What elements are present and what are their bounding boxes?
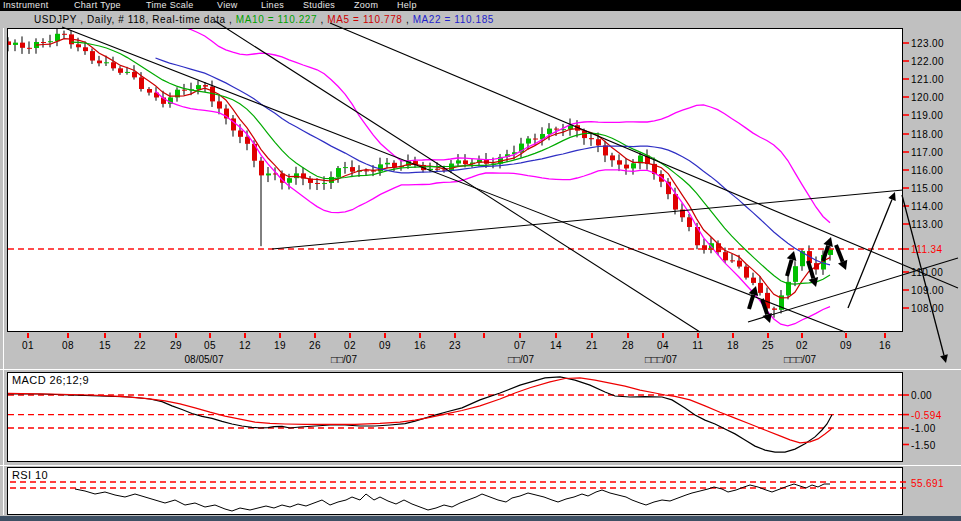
date-axis-label: 02 — [796, 340, 808, 351]
title-segment: MA10 = 110.227 — [236, 14, 317, 25]
chart-title: USDJPY , Daily, # 118, Real-time data , … — [0, 11, 961, 27]
date-axis-label: 25 — [762, 340, 774, 351]
date-axis-label: 18 — [727, 340, 739, 351]
menu-item-zoom[interactable]: Zoom — [354, 0, 378, 11]
rsi-panel-label: RSI 10 — [12, 469, 48, 481]
date-axis-label: 21 — [586, 340, 598, 351]
price-axis-label: 110.00 — [911, 267, 943, 278]
price-axis-label: 119.00 — [911, 110, 943, 121]
title-segment: , — [403, 14, 413, 25]
date-axis-label: 05 — [204, 340, 216, 351]
menu-item-lines[interactable]: Lines — [261, 0, 284, 11]
title-segment: USDJPY , Daily, # 118, Real-time data , — [34, 14, 236, 25]
month-axis-label: □□□/07 — [784, 354, 816, 365]
macd-panel-label: MACD 26;12;9 — [12, 374, 89, 386]
left-edge-bevel — [3, 28, 4, 515]
title-segment: MA22 = 110.185 — [413, 14, 494, 25]
macd-panel-plot[interactable] — [7, 372, 903, 462]
date-axis-label: 08 — [62, 340, 74, 351]
price-axis-label: 120.00 — [911, 92, 944, 103]
month-axis-label: □□/07 — [331, 354, 357, 365]
price-axis-label: 114.00 — [911, 201, 943, 212]
panel-separator — [0, 465, 961, 466]
menu-bar: InstrumentChart TypeTime ScaleViewLinesS… — [0, 0, 961, 11]
date-axis-label: 29 — [170, 340, 182, 351]
date-axis-label: 19 — [274, 340, 286, 351]
date-axis-label: 09 — [840, 340, 852, 351]
month-axis-label: □□□/07 — [645, 354, 677, 365]
chart-application-window: InstrumentChart TypeTime ScaleViewLinesS… — [0, 0, 961, 521]
rsi-current-value: 55.691 — [911, 478, 944, 489]
date-axis-label: 28 — [622, 340, 634, 351]
title-segment: MA5 = 110.778 — [327, 14, 402, 25]
date-axis-label: 04 — [657, 340, 669, 351]
date-axis-label: 14 — [550, 340, 562, 351]
date-axis-label: 11 — [692, 340, 703, 351]
menu-item-instrument[interactable]: Instrument — [3, 0, 49, 11]
price-axis-label: 115.00 — [911, 183, 943, 194]
rsi-panel-plot[interactable] — [7, 467, 903, 515]
date-axis-label: 09 — [379, 340, 391, 351]
price-axis-label: 121.00 — [911, 74, 944, 85]
macd-axis-label: -1.00 — [911, 423, 936, 434]
price-axis-label: 123.00 — [911, 38, 944, 49]
date-axis-label: 16 — [879, 340, 891, 351]
price-axis-label: 122.00 — [911, 56, 944, 67]
status-strip — [0, 516, 961, 521]
date-axis-label: 26 — [309, 340, 321, 351]
menu-item-time-scale[interactable]: Time Scale — [146, 0, 194, 11]
month-axis-label: 08/05/07 — [185, 354, 224, 365]
macd-axis-label: 0.00 — [911, 390, 932, 401]
date-axis-label: 02 — [344, 340, 356, 351]
macd-current-value: -0.594 — [911, 409, 942, 420]
date-axis-label: 12 — [239, 340, 251, 351]
date-axis-label: 23 — [449, 340, 461, 351]
menu-item-view[interactable]: View — [217, 0, 238, 11]
date-axis-label: 15 — [99, 340, 111, 351]
menu-item-studies[interactable]: Studies — [303, 0, 335, 11]
date-axis-label: 01 — [22, 340, 34, 351]
price-axis-label: 118.00 — [911, 129, 943, 140]
date-axis-label: 16 — [414, 340, 426, 351]
price-axis-label: 108.00 — [911, 303, 944, 314]
menu-item-help[interactable]: Help — [397, 0, 417, 11]
price-chart-plot[interactable] — [7, 28, 903, 332]
current-price-label: 111.34 — [911, 244, 943, 255]
price-axis-label: 113.00 — [911, 219, 943, 230]
date-axis-label: 22 — [134, 340, 146, 351]
price-axis-label: 116.00 — [911, 165, 943, 176]
menu-item-chart-type[interactable]: Chart Type — [74, 0, 121, 11]
macd-axis-label: -1.50 — [911, 439, 936, 450]
month-axis-label: □□/07 — [508, 354, 534, 365]
price-axis-label: 109.00 — [911, 285, 944, 296]
date-axis-label: 07 — [514, 340, 526, 351]
title-segment: , — [317, 14, 327, 25]
panel-separator — [0, 369, 961, 370]
price-axis-label: 117.00 — [911, 147, 943, 158]
